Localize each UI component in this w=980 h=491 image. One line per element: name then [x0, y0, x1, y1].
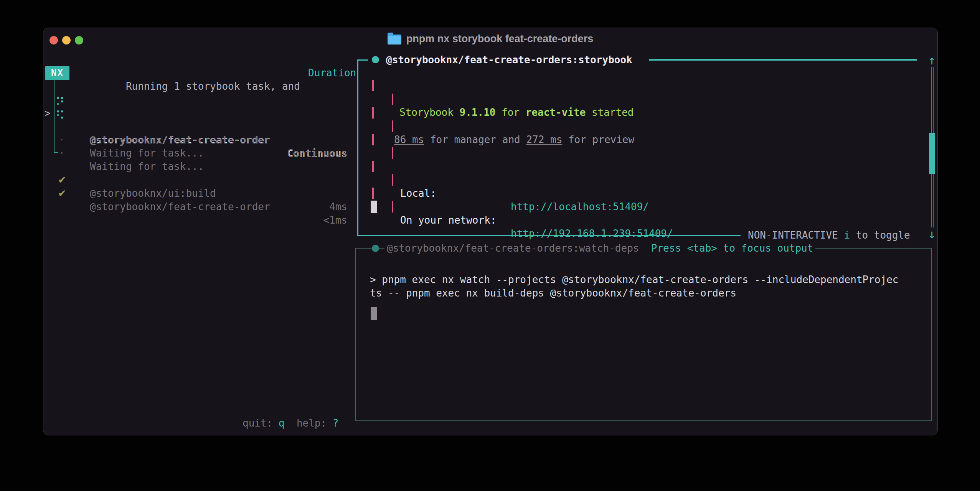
- storybook-started-line: Storybook 9.1.10 for react-vite started: [399, 106, 634, 119]
- watch-command-line-1: > pnpm exec nx watch --projects @storybo…: [370, 273, 899, 287]
- output-gutter-bar: [372, 134, 374, 145]
- storybook-pane-border-bottom: [357, 235, 741, 236]
- watch-command-line-2: ts -- pnpm exec nx build-deps @storybook…: [370, 287, 736, 300]
- focus-output-hint: Press <tab> to focus output: [651, 242, 813, 254]
- title-bar: pnpm nx storybook feat-create-orders: [43, 28, 937, 49]
- nx-badge: NX: [45, 66, 69, 80]
- output-gutter-bar: [372, 188, 374, 199]
- network-label: On your network:: [400, 214, 496, 227]
- tasks-header: Running 1 storybook task, and: [90, 66, 300, 80]
- output-gutter-bar: [372, 107, 374, 119]
- spacer: [327, 417, 333, 429]
- help-label: help:: [297, 417, 327, 429]
- output-gutter-bar: [372, 161, 374, 172]
- local-label: Local:: [400, 187, 436, 200]
- non-interactive-label: NON-INTERACTIVE: [748, 229, 844, 241]
- help-key: ?: [333, 417, 339, 429]
- running-dot-icon: [372, 56, 379, 63]
- output-gutter-bar: [392, 201, 393, 213]
- manager-time: 86 ms: [394, 134, 424, 145]
- output-gutter-bar: [392, 120, 393, 132]
- watchdeps-pane-title[interactable]: @storybooknx/feat-create-orders:watch-de…: [384, 242, 815, 255]
- task-name: @storybooknx/ui:build: [90, 187, 216, 200]
- spacer: [285, 417, 297, 429]
- duration-column-header: Duration: [308, 66, 356, 80]
- output-gutter-bar: [392, 147, 393, 159]
- watchdeps-title-text: @storybooknx/feat-create-orders:watch-de…: [387, 242, 639, 254]
- task-name: @storybooknx/feat-create-order: [90, 200, 270, 214]
- window-title-container: pnpm nx storybook feat-create-orders: [43, 28, 937, 49]
- network-url-link[interactable]: http://192.168.1.239:51409/: [511, 227, 673, 241]
- output-line: 86 ms for manager and 272 ms for preview: [43, 106, 79, 120]
- task-row-done[interactable]: ✔ @storybooknx/feat-create-order <1ms: [43, 173, 357, 187]
- output-gutter-bar: [372, 80, 374, 91]
- storybook-version: 9.1.10: [460, 107, 496, 118]
- terminal-cursor: [371, 307, 377, 320]
- started-pre: Storybook: [399, 107, 460, 118]
- keyboard-hints: quit: q help: ?: [243, 417, 339, 430]
- task-row[interactable]: @storybooknx/feat-create-order Continuou…: [43, 107, 357, 120]
- task-duration: <1ms: [323, 214, 347, 227]
- scroll-down-arrow[interactable]: ↓: [928, 228, 935, 240]
- preview-time: 272 ms: [526, 134, 562, 145]
- task-row[interactable]: > @storybooknx/feat-create-order Continu…: [43, 93, 357, 107]
- timing-post: for preview: [562, 134, 634, 145]
- timing-line: 86 ms for manager and 272 ms for preview: [394, 133, 634, 147]
- timing-mid: for manager and: [424, 134, 526, 145]
- quit-key: q: [279, 417, 285, 429]
- terminal-cursor: [371, 201, 377, 213]
- output-line: Storybook 9.1.10 for react-vite started: [43, 79, 926, 92]
- terminal-window: pnpm nx storybook feat-create-orders NX …: [43, 28, 938, 435]
- output-gutter-bar: [392, 174, 393, 186]
- spacer: [272, 417, 279, 429]
- non-interactive-hint: NON-INTERACTIVE i to toggle: [748, 229, 910, 242]
- output-gutter-bar: [392, 94, 393, 105]
- scroll-up-arrow[interactable]: ↑: [928, 54, 935, 66]
- task-row-done[interactable]: ✔ @storybooknx/ui:build 4ms: [43, 160, 357, 173]
- toggle-suffix: to toggle: [850, 229, 910, 241]
- storybook-pane-border-corner: [357, 59, 368, 61]
- watchdeps-pane: @storybooknx/feat-create-orders:watch-de…: [355, 248, 932, 421]
- running-dot-icon: [372, 245, 379, 252]
- local-url-link[interactable]: http://localhost:51409/: [511, 200, 649, 214]
- task-duration: 4ms: [329, 200, 347, 214]
- folder-icon: [388, 35, 401, 44]
- task-row-waiting: · Waiting for task...: [43, 133, 357, 147]
- output-line: [43, 200, 79, 214]
- window-title: pnpm nx storybook feat-create-orders: [406, 33, 594, 45]
- task-row-waiting: · Waiting for task...: [43, 120, 357, 133]
- storybook-framework: react-vite: [526, 107, 586, 118]
- spacer: [639, 242, 651, 254]
- storybook-pane-title[interactable]: @storybooknx/feat-create-orders:storyboo…: [386, 53, 632, 67]
- storybook-pane-border-top: [649, 59, 917, 61]
- toggle-key: i: [844, 229, 850, 241]
- output-line: On your network: http://192.168.1.239:51…: [43, 187, 79, 200]
- quit-label: quit:: [243, 417, 272, 429]
- output-line: Local: http://localhost:51409/: [43, 160, 79, 173]
- task-duration: Continuous: [287, 147, 347, 160]
- scrollbar-thumb[interactable]: [929, 133, 935, 174]
- started-post: started: [586, 107, 634, 118]
- started-mid: for: [495, 107, 525, 118]
- waiting-text: Waiting for task...: [90, 147, 204, 160]
